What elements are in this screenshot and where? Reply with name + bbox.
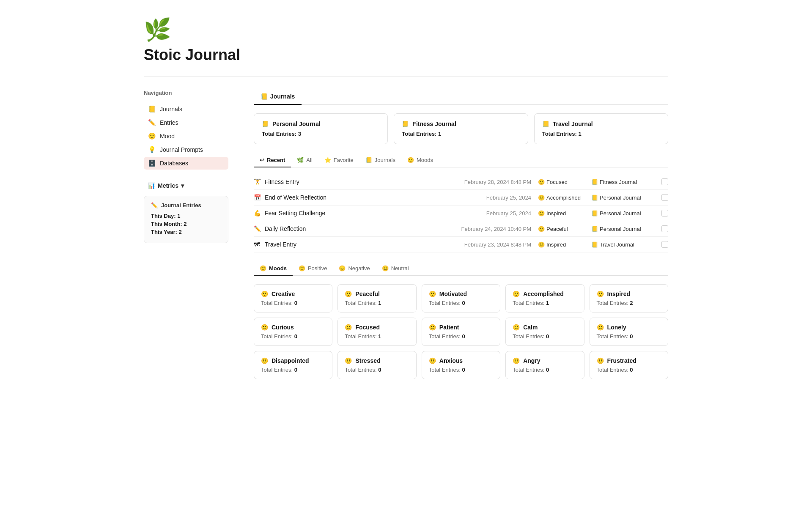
mood-card-peaceful[interactable]: 🙂 Peaceful Total Entries: 1 <box>337 284 416 312</box>
all-icon: 🌿 <box>297 157 304 163</box>
mood-card-accomplished[interactable]: 🙂 Accomplished Total Entries: 1 <box>505 284 584 312</box>
entry-checkbox[interactable] <box>661 225 668 232</box>
sidebar-item-label: Journals <box>160 106 182 112</box>
entry-journal: 📒 Fitness Journal <box>591 179 650 185</box>
filter-moods-icon: 🙂 <box>407 157 414 163</box>
mood-card-title: 🙂 Peaceful <box>345 290 409 297</box>
sidebar-item-label: Journal Prompts <box>160 146 203 153</box>
travel-journal-meta: Total Entries: 1 <box>542 131 660 137</box>
section-tabs: 📒 Journals <box>254 90 668 105</box>
mood-card-motivated[interactable]: 🙂 Motivated Total Entries: 0 <box>422 284 500 312</box>
moods-tab-negative[interactable]: 😞 Negative <box>333 263 376 276</box>
mood-card-title: 🙂 Calm <box>513 324 577 331</box>
entry-mood: 🙂 Focused <box>538 179 584 185</box>
stats-pencil-icon: ✏️ <box>151 202 158 208</box>
entry-date: February 25, 2024 <box>455 210 531 217</box>
mood-card-curious[interactable]: 🙂 Curious Total Entries: 0 <box>254 318 332 346</box>
entry-row-travel[interactable]: 🗺 Travel Entry February 23, 2024 8:48 PM… <box>254 237 668 252</box>
mood-name: Anxious <box>439 357 463 364</box>
journal-card-travel[interactable]: 📒 Travel Journal Total Entries: 1 <box>534 113 668 144</box>
mood-name: Focused <box>355 324 380 331</box>
mood-card-title: 🙂 Angry <box>513 357 577 364</box>
entry-row-fear[interactable]: 💪 Fear Setting Challenge February 25, 20… <box>254 206 668 221</box>
sidebar-item-label: Mood <box>160 133 175 140</box>
filter-tab-favorite[interactable]: ⭐ Favorite <box>318 154 359 167</box>
mood-name: Calm <box>523 324 538 331</box>
mood-card-meta: Total Entries: 0 <box>513 333 577 340</box>
mood-card-meta: Total Entries: 0 <box>429 333 493 340</box>
neutral-icon: 😐 <box>382 265 389 271</box>
mood-icon-curious: 🙂 <box>261 324 268 331</box>
metrics-toggle[interactable]: 📊 Metrics ▾ <box>144 180 228 192</box>
this-day-stat: This Day: 1 <box>151 213 221 219</box>
main-layout: Navigation 📒 Journals ✏️ Entries 🙂 Mood … <box>144 90 668 379</box>
mood-card-angry[interactable]: 🙂 Angry Total Entries: 0 <box>505 351 584 379</box>
mood-card-stressed[interactable]: 🙂 Stressed Total Entries: 0 <box>337 351 416 379</box>
mood-card-focused[interactable]: 🙂 Focused Total Entries: 1 <box>337 318 416 346</box>
mood-icon-frustrated: 🙂 <box>597 357 604 364</box>
tab-journals-icon: 📒 <box>261 93 268 100</box>
entry-checkbox[interactable] <box>661 241 668 248</box>
moods-tab-positive[interactable]: 🙂 Positive <box>293 263 333 276</box>
mood-card-meta: Total Entries: 0 <box>429 300 493 306</box>
entry-row-daily[interactable]: ✏️ Daily Reflection February 24, 2024 10… <box>254 221 668 237</box>
moods-tab-moods[interactable]: 🙂 Moods <box>254 263 293 276</box>
mood-icon-disappointed: 🙂 <box>261 357 268 364</box>
mood-card-disappointed[interactable]: 🙂 Disappointed Total Entries: 0 <box>254 351 332 379</box>
journal-card-title: 📒 Travel Journal <box>542 121 660 127</box>
tab-journals-label: Journals <box>270 93 295 100</box>
mood-card-anxious[interactable]: 🙂 Anxious Total Entries: 0 <box>422 351 500 379</box>
entry-meta: February 24, 2024 10:40 PM 🙂 Peaceful 📒 … <box>455 225 668 232</box>
filter-tab-all-label: All <box>306 157 312 163</box>
mood-card-patient[interactable]: 🙂 Patient Total Entries: 0 <box>422 318 500 346</box>
entry-title: End of Week Reflection <box>265 194 326 201</box>
moods-section: 🙂 Moods 🙂 Positive 😞 Negative 😐 Neutral <box>254 263 668 379</box>
tab-journals[interactable]: 📒 Journals <box>254 90 302 105</box>
entry-row-eow[interactable]: 📅 End of Week Reflection February 25, 20… <box>254 190 668 206</box>
personal-journal-name: Personal Journal <box>272 121 321 127</box>
entry-mood: 🙂 Accomplished <box>538 195 584 201</box>
filter-tab-moods-label: Moods <box>417 157 433 163</box>
mood-card-frustrated[interactable]: 🙂 Frustrated Total Entries: 0 <box>590 351 668 379</box>
filter-tab-all[interactable]: 🌿 All <box>291 154 318 167</box>
filter-tab-favorite-label: Favorite <box>334 157 354 163</box>
mood-card-meta: Total Entries: 1 <box>345 333 409 340</box>
entry-mood: 🙂 Inspired <box>538 210 584 217</box>
moods-tab-neutral[interactable]: 😐 Neutral <box>376 263 415 276</box>
entry-checkbox[interactable] <box>661 210 668 217</box>
mood-card-lonely[interactable]: 🙂 Lonely Total Entries: 0 <box>590 318 668 346</box>
sidebar-item-databases[interactable]: 🗄️ Databases <box>144 157 228 170</box>
fitness-journal-name: Fitness Journal <box>412 121 456 127</box>
mood-card-creative[interactable]: 🙂 Creative Total Entries: 0 <box>254 284 332 312</box>
mood-icon-peaceful: 🙂 <box>345 290 352 297</box>
filter-tab-recent-label: Recent <box>267 157 285 163</box>
journals-icon: 📒 <box>148 105 156 113</box>
entry-name: 💪 Fear Setting Challenge <box>254 210 455 217</box>
mood-card-meta: Total Entries: 0 <box>597 333 661 340</box>
filter-tab-recent[interactable]: ↩ Recent <box>254 154 291 167</box>
filter-tab-moods[interactable]: 🙂 Moods <box>401 154 439 167</box>
sidebar-item-mood[interactable]: 🙂 Mood <box>144 130 228 143</box>
mood-name: Motivated <box>439 290 467 297</box>
filter-tab-journals[interactable]: 📒 Journals <box>359 154 401 167</box>
entry-checkbox[interactable] <box>661 194 668 201</box>
mood-card-title: 🙂 Accomplished <box>513 290 577 297</box>
filter-journals-icon: 📒 <box>365 157 372 163</box>
mood-card-calm[interactable]: 🙂 Calm Total Entries: 0 <box>505 318 584 346</box>
entry-journal-icon: 📒 <box>591 210 598 217</box>
journal-card-personal[interactable]: 📒 Personal Journal Total Entries: 3 <box>254 113 388 144</box>
negative-icon: 😞 <box>339 265 346 271</box>
stats-title-label: Journal Entries <box>161 202 201 208</box>
moods-tab-label: Moods <box>269 265 287 271</box>
entry-checkbox[interactable] <box>661 178 668 185</box>
mood-card-inspired[interactable]: 🙂 Inspired Total Entries: 2 <box>590 284 668 312</box>
sidebar-title: Navigation <box>144 90 228 96</box>
entry-journal: 📒 Personal Journal <box>591 210 650 217</box>
journal-card-fitness[interactable]: 📒 Fitness Journal Total Entries: 1 <box>394 113 528 144</box>
this-month-stat: This Month: 2 <box>151 221 221 227</box>
sidebar-item-journals[interactable]: 📒 Journals <box>144 103 228 115</box>
entry-title: Fitness Entry <box>265 178 299 185</box>
sidebar-item-journal-prompts[interactable]: 💡 Journal Prompts <box>144 143 228 156</box>
entry-row-fitness[interactable]: 🏋 Fitness Entry February 28, 2024 8:48 P… <box>254 174 668 190</box>
sidebar-item-entries[interactable]: ✏️ Entries <box>144 116 228 129</box>
